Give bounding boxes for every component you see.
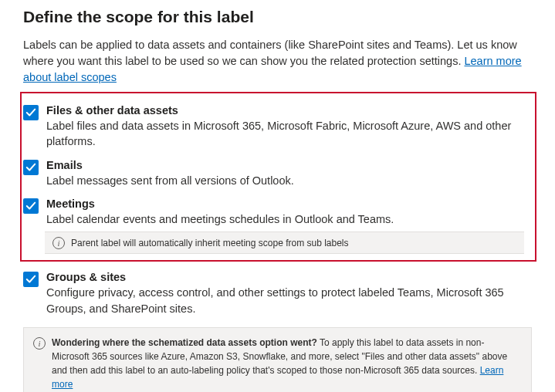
- option-groups-title: Groups & sites: [46, 271, 532, 283]
- checkbox-files[interactable]: [23, 105, 39, 120]
- intro-paragraph: Labels can be applied to data assets and…: [23, 37, 532, 86]
- option-emails: Emails Label messages sent from all vers…: [23, 159, 524, 188]
- checkbox-emails[interactable]: [23, 160, 39, 175]
- check-icon: [25, 274, 36, 285]
- highlighted-scope-group: Files & other data assets Label files an…: [20, 92, 536, 262]
- checkbox-groups[interactable]: [23, 272, 39, 287]
- option-files-title: Files & other data assets: [46, 104, 524, 117]
- check-icon: [25, 162, 36, 173]
- label-scope-page: Define the scope for this label Labels c…: [0, 0, 555, 392]
- check-icon: [25, 107, 36, 118]
- option-meetings-desc: Label calendar events and meetings sched…: [46, 211, 524, 227]
- option-meetings-title: Meetings: [46, 198, 524, 210]
- option-emails-desc: Label messages sent from all versions of…: [46, 173, 524, 188]
- inherit-note-text: Parent label will automatically inherit …: [71, 238, 349, 248]
- info-icon: i: [52, 237, 65, 249]
- option-files-desc: Label files and data assets in Microsoft…: [46, 118, 524, 150]
- option-groups: Groups & sites Configure privacy, access…: [23, 271, 532, 316]
- option-files: Files & other data assets Label files an…: [23, 104, 524, 150]
- option-meetings: Meetings Label calendar events and meeti…: [23, 198, 524, 227]
- checkbox-meetings[interactable]: [23, 198, 39, 214]
- intro-text: Labels can be applied to data assets and…: [23, 39, 517, 67]
- info-icon: i: [33, 337, 46, 350]
- inherit-note-bar: i Parent label will automatically inheri…: [45, 231, 524, 254]
- page-title: Define the scope for this label: [23, 8, 532, 26]
- info-box-lead: Wondering where the schematized data ass…: [52, 337, 317, 348]
- option-emails-title: Emails: [46, 159, 524, 171]
- check-icon: [25, 201, 36, 211]
- option-groups-desc: Configure privacy, access control, and o…: [46, 285, 532, 316]
- schematized-info-box: i Wondering where the schematized data a…: [23, 327, 532, 392]
